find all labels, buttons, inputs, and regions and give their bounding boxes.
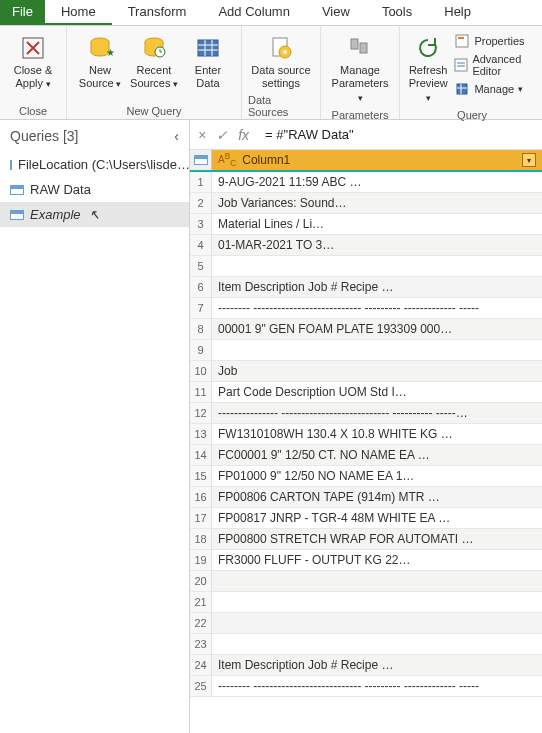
table-row[interactable]: 19-AUG-2021 11:59 ABC … — [190, 172, 542, 193]
table-row[interactable]: 20 — [190, 571, 542, 592]
table-row[interactable]: 7-------- --------------------------- --… — [190, 298, 542, 319]
cell-value[interactable]: --------------- ------------------------… — [212, 406, 542, 420]
row-number[interactable]: 3 — [190, 214, 212, 234]
table-row[interactable]: 14 FC00001 9" 12/50 CT. NO NAME EA … — [190, 445, 542, 466]
row-number[interactable]: 13 — [190, 424, 212, 444]
new-source-button[interactable]: ★ NewSource — [73, 30, 127, 93]
select-all-button[interactable] — [190, 150, 212, 170]
row-number[interactable]: 4 — [190, 235, 212, 255]
tab-transform[interactable]: Transform — [112, 0, 203, 25]
manage-button[interactable]: Manage — [450, 80, 538, 98]
recent-sources-button[interactable]: RecentSources — [127, 30, 181, 93]
row-number[interactable]: 15 — [190, 466, 212, 486]
table-row[interactable]: 16 FP00806 CARTON TAPE (914m) MTR … — [190, 487, 542, 508]
row-number[interactable]: 9 — [190, 340, 212, 360]
gear-doc-icon — [267, 32, 295, 64]
cell-value[interactable]: Item Description Job # Recipe … — [212, 658, 542, 672]
cell-value[interactable]: 01-MAR-2021 TO 3… — [212, 238, 542, 252]
row-number[interactable]: 12 — [190, 403, 212, 423]
row-number[interactable]: 1 — [190, 172, 212, 192]
table-row[interactable]: 10 Job — [190, 361, 542, 382]
row-number[interactable]: 24 — [190, 655, 212, 675]
close-apply-button[interactable]: Close &Apply — [6, 30, 60, 93]
row-number[interactable]: 25 — [190, 676, 212, 696]
table-row[interactable]: 21 — [190, 592, 542, 613]
table-row[interactable]: 23 — [190, 634, 542, 655]
table-row[interactable]: 5 — [190, 256, 542, 277]
tab-tools[interactable]: Tools — [366, 0, 428, 25]
cell-value[interactable]: 9-AUG-2021 11:59 ABC … — [212, 175, 542, 189]
tab-help[interactable]: Help — [428, 0, 487, 25]
table-row[interactable]: 18 FP00800 STRETCH WRAP FOR AUTOMATI … — [190, 529, 542, 550]
formula-confirm-icon[interactable]: ✓ — [216, 127, 228, 143]
table-row[interactable]: 24Item Description Job # Recipe … — [190, 655, 542, 676]
table-row[interactable]: 17 FP00817 JNRP - TGR-4 48M WHITE EA … — [190, 508, 542, 529]
cell-value[interactable]: Part Code Description UOM Std I… — [212, 385, 542, 399]
cell-value[interactable]: FP00817 JNRP - TGR-4 48M WHITE EA … — [212, 511, 542, 525]
enter-data-button[interactable]: EnterData — [181, 30, 235, 92]
manage-parameters-button[interactable]: ManageParameters — [327, 30, 393, 107]
cell-value[interactable]: Material Lines / Li… — [212, 217, 542, 231]
tab-home[interactable]: Home — [45, 0, 112, 25]
table-row[interactable]: 2 Job Variances: Sound… — [190, 193, 542, 214]
table-icon — [10, 185, 24, 195]
query-item-raw-data[interactable]: RAW Data — [0, 177, 189, 202]
data-source-settings-button[interactable]: Data sourcesettings — [248, 30, 314, 92]
row-number[interactable]: 2 — [190, 193, 212, 213]
cell-value[interactable]: -------- --------------------------- ---… — [212, 679, 542, 693]
query-item-filelocation[interactable]: FileLocation (C:\Users\lisde… — [0, 152, 189, 177]
tab-view[interactable]: View — [306, 0, 366, 25]
row-number[interactable]: 23 — [190, 634, 212, 654]
query-item-example[interactable]: Example ↖ — [0, 202, 189, 227]
table-row[interactable]: 12 --------------- ---------------------… — [190, 403, 542, 424]
row-number[interactable]: 10 — [190, 361, 212, 381]
cell-value[interactable]: -------- --------------------------- ---… — [212, 301, 542, 315]
table-row[interactable]: 800001 9" GEN FOAM PLATE 193309 000… — [190, 319, 542, 340]
fx-icon[interactable]: fx — [238, 127, 249, 143]
advanced-editor-button[interactable]: Advanced Editor — [450, 52, 538, 78]
cell-value[interactable]: Item Description Job # Recipe … — [212, 280, 542, 294]
table-row[interactable]: 15 FP01000 9" 12/50 NO NAME EA 1… — [190, 466, 542, 487]
cell-value[interactable]: Job — [212, 364, 542, 378]
row-number[interactable]: 19 — [190, 550, 212, 570]
table-row[interactable]: 13 FW1310108WH 130.4 X 10.8 WHITE KG … — [190, 424, 542, 445]
table-row[interactable]: 6Item Description Job # Recipe … — [190, 277, 542, 298]
table-row[interactable]: 4 01-MAR-2021 TO 3… — [190, 235, 542, 256]
row-number[interactable]: 22 — [190, 613, 212, 633]
row-number[interactable]: 20 — [190, 571, 212, 591]
cell-value[interactable]: FC00001 9" 12/50 CT. NO NAME EA … — [212, 448, 542, 462]
cell-value[interactable]: FR3000 FLUFF - OUTPUT KG 22… — [212, 553, 542, 567]
table-row[interactable]: 3 Material Lines / Li… — [190, 214, 542, 235]
table-row[interactable]: 11 Part Code Description UOM Std I… — [190, 382, 542, 403]
cell-value[interactable]: FP00806 CARTON TAPE (914m) MTR … — [212, 490, 542, 504]
cell-value[interactable]: FP01000 9" 12/50 NO NAME EA 1… — [212, 469, 542, 483]
row-number[interactable]: 14 — [190, 445, 212, 465]
row-number[interactable]: 16 — [190, 487, 212, 507]
row-number[interactable]: 6 — [190, 277, 212, 297]
row-number[interactable]: 8 — [190, 319, 212, 339]
cell-value[interactable]: 00001 9" GEN FOAM PLATE 193309 000… — [212, 322, 542, 336]
formula-cancel-icon[interactable]: × — [198, 127, 206, 143]
collapse-pane-icon[interactable]: ‹ — [174, 128, 179, 144]
group-label-newquery: New Query — [126, 105, 181, 117]
refresh-preview-button[interactable]: RefreshPreview — [406, 30, 450, 107]
table-row[interactable]: 19 FR3000 FLUFF - OUTPUT KG 22… — [190, 550, 542, 571]
row-number[interactable]: 7 — [190, 298, 212, 318]
row-number[interactable]: 11 — [190, 382, 212, 402]
table-row[interactable]: 9 — [190, 340, 542, 361]
table-row[interactable]: 22 — [190, 613, 542, 634]
cell-value[interactable]: Job Variances: Sound… — [212, 196, 542, 210]
column-header-column1[interactable]: ABC Column1 ▾ — [212, 150, 542, 170]
cell-value[interactable]: FP00800 STRETCH WRAP FOR AUTOMATI … — [212, 532, 542, 546]
properties-button[interactable]: Properties — [450, 32, 538, 50]
row-number[interactable]: 21 — [190, 592, 212, 612]
tab-add-column[interactable]: Add Column — [202, 0, 306, 25]
row-number[interactable]: 5 — [190, 256, 212, 276]
column-filter-dropdown[interactable]: ▾ — [522, 153, 536, 167]
file-menu[interactable]: File — [0, 0, 45, 25]
table-row[interactable]: 25-------- --------------------------- -… — [190, 676, 542, 697]
row-number[interactable]: 17 — [190, 508, 212, 528]
formula-input[interactable]: = #"RAW Data" — [259, 127, 534, 142]
row-number[interactable]: 18 — [190, 529, 212, 549]
cell-value[interactable]: FW1310108WH 130.4 X 10.8 WHITE KG … — [212, 427, 542, 441]
